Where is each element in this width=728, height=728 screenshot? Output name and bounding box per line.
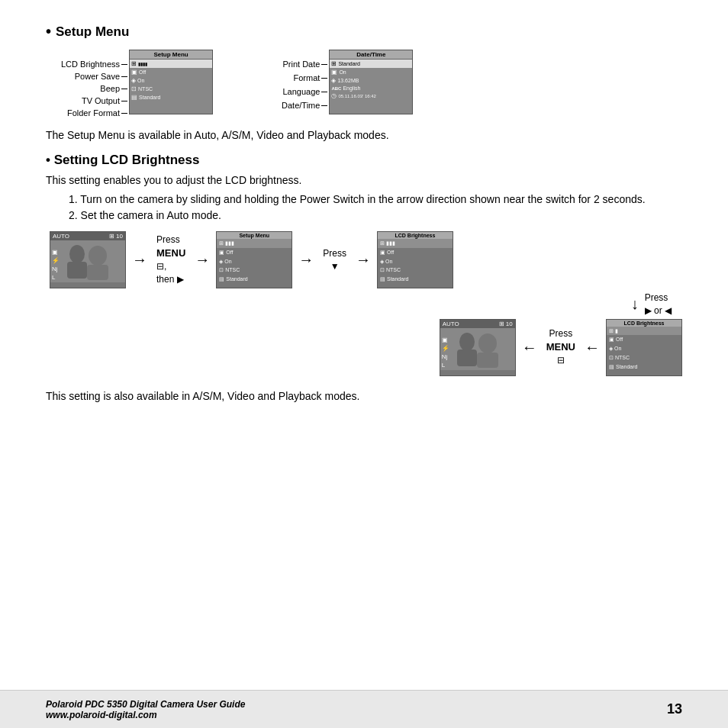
label-print-date: Print Date [282, 60, 320, 69]
label-folder-format: Folder Format [67, 108, 120, 118]
setup-menu-title: • Setup Menu [46, 23, 682, 40]
people-silhouette-2 [440, 328, 516, 370]
label-power-save: Power Save [75, 72, 120, 81]
svg-point-6 [459, 333, 475, 351]
press-down-container: Press ▼ [320, 247, 350, 273]
right-row-0: ⊞Standard [330, 60, 412, 68]
left-labels: LCD Brightness Power Save Beep TV Output [61, 59, 127, 118]
svg-rect-2 [67, 262, 87, 279]
setup-screen-step: Setup Menu ⊞▮▮▮ ▣Off ◈On ⊡NTSC ▤Standard [216, 231, 292, 288]
diagram-row-1: AUTO ⊞ 10 ▣ ⚡ Nj [50, 231, 682, 288]
arrow-down: ↓ [631, 295, 639, 313]
arrow-1: → [132, 251, 147, 269]
svg-rect-7 [457, 350, 477, 366]
step2: 2. Set the camera in Auto mode. [61, 208, 682, 224]
step1: 1. Turn on the camera by sliding and hol… [61, 192, 682, 208]
label-language: Language [282, 87, 320, 96]
numbered-list: 1. Turn on the camera by sliding and hol… [61, 192, 682, 224]
screen-row-0: ⊞▮▮▮▮ [130, 60, 212, 68]
press-or-label: Press ▶ or ◀ [645, 292, 672, 317]
footer-left: Polaroid PDC 5350 Digital Camera User Gu… [46, 699, 245, 720]
down-press-or: ↓ Press ▶ or ◀ [631, 292, 675, 317]
arrow-2: → [195, 251, 210, 269]
press-down-label: Press ▼ [323, 247, 346, 273]
page-number: 13 [667, 701, 682, 717]
svg-point-1 [69, 245, 85, 263]
screen-row-1: ▣Off [130, 68, 212, 76]
lcd-brightness-title: • Setting LCD Brightness [46, 153, 682, 168]
screen-header-date: Date/Time [330, 50, 412, 60]
cam-auto-1: AUTO ⊞ 10 ▣ ⚡ Nj [50, 231, 126, 288]
lcd-screen-2: LCD Brightness ⊞▮ ▣Off ◈On ⊡NTSC ▤Standa… [606, 319, 682, 376]
press-menu-2: Press MENU ⊟ [546, 327, 575, 367]
screen-header-setup: Setup Menu [130, 50, 212, 60]
cam-photo: ▣ ⚡ Nj L [50, 240, 125, 282]
lcd-desc1: This setting enables you to adjust the L… [46, 172, 682, 188]
arrow-3: → [298, 251, 314, 269]
setup-menu-screen-right: Print Date Format Language Date/Time [282, 50, 413, 114]
cam-photo-2: ▣ ⚡ Nj L [440, 328, 515, 370]
svg-rect-4 [87, 265, 108, 280]
label-tv-output: TV Output [82, 96, 120, 105]
right-row-4: ◷05.11.16.03' 16:42 [330, 92, 412, 100]
people-silhouette [50, 240, 126, 282]
svg-point-8 [478, 333, 497, 353]
spacer [50, 292, 440, 376]
page: • Setup Menu LCD Brightness Power Save [0, 0, 728, 728]
press-menu-label: Press MENU ⊟, then ▶ [156, 234, 185, 286]
right-row-2: ◈13.62MB [330, 76, 412, 85]
top-screens-area: LCD Brightness Power Save Beep TV Output [61, 50, 682, 118]
screen-row-4: ▤Standard [130, 93, 212, 101]
cam-auto-top: AUTO ⊞ 10 [50, 232, 125, 240]
down-arrow-area: ↓ [631, 295, 639, 313]
svg-point-3 [89, 246, 107, 266]
label-date-time: Date/Time [282, 101, 320, 110]
screen-row-3: ⊡NTSC [130, 85, 212, 93]
footer-title: Polaroid PDC 5350 Digital Camera User Gu… [46, 699, 245, 710]
setup-screen-left: Setup Menu ⊞▮▮▮▮ ▣Off ◈On ⊡NTSC ▤Standar… [129, 50, 213, 114]
footer-url: www.polaroid-digital.com [46, 710, 245, 720]
diagram-lower-area: ↓ Press ▶ or ◀ AUTO ⊞ 10 [50, 292, 682, 376]
cam-auto-top-2: AUTO ⊞ 10 [440, 320, 515, 328]
right-row-3: ABCEnglish [330, 85, 412, 92]
label-lcd-brightness: LCD Brightness [61, 60, 120, 69]
arrow-left-1: ← [522, 339, 537, 356]
right-row-1: ▣On [330, 68, 412, 76]
screen-row-2: ◈On [130, 76, 212, 85]
diagram-row-2: AUTO ⊞ 10 ▣ [440, 319, 682, 376]
lower-right: ↓ Press ▶ or ◀ AUTO ⊞ 10 [440, 292, 682, 376]
footer-bar: Polaroid PDC 5350 Digital Camera User Gu… [0, 690, 728, 728]
cam-auto-2: AUTO ⊞ 10 ▣ [440, 319, 516, 376]
right-labels: Print Date Format Language Date/Time [282, 59, 327, 111]
footer-note: This setting is also available in A/S/M,… [46, 388, 682, 404]
label-format: Format [294, 73, 321, 82]
arrow-left-2: ← [585, 339, 600, 356]
lcd-screen-1: LCD Brightness ⊞▮▮▮ ▣Off ◈On ⊡NTSC ▤Stan… [377, 231, 453, 288]
setup-menu-screen-left: LCD Brightness Power Save Beep TV Output [61, 50, 213, 118]
cam-icons: ▣ ⚡ Nj L [52, 249, 60, 281]
label-beep: Beep [100, 84, 120, 93]
arrow-4: → [356, 251, 371, 269]
cam-icons-2: ▣ ⚡ Nj L [442, 337, 449, 369]
svg-rect-9 [477, 353, 498, 368]
setup-desc: The Setup Menu is available in Auto, A/S… [46, 127, 682, 143]
setup-screen-right: Date/Time ⊞Standard ▣On ◈13.62MB ABCEngl… [329, 50, 413, 114]
